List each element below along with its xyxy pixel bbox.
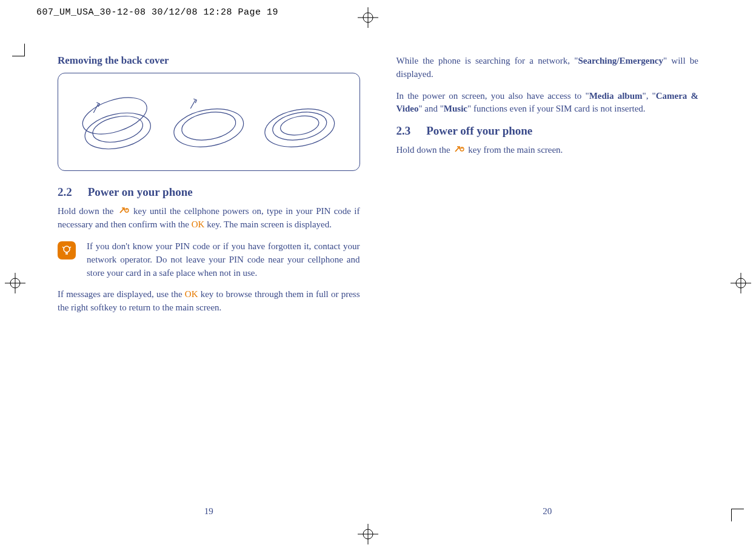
tip-text: If you don't know your PIN code or if yo… — [87, 240, 360, 280]
registration-mark-right — [731, 273, 751, 296]
heading-number: 2.3 — [396, 124, 411, 138]
bold-music: Music — [444, 104, 467, 113]
svg-point-14 — [90, 112, 145, 147]
figure-remove-back-cover — [58, 73, 360, 171]
svg-point-17 — [179, 109, 238, 144]
lightbulb-icon — [58, 241, 76, 259]
ok-key-label: OK — [192, 219, 205, 229]
para-power-off: Hold down the key from the main screen. — [396, 144, 699, 157]
crop-mark-br — [731, 509, 744, 521]
para-searching: While the phone is searching for a netwo… — [396, 55, 699, 81]
heading-2-2: 2.2Power on your phone — [58, 186, 360, 199]
power-key-icon — [118, 206, 129, 219]
para-power-on: Hold down the key until the cellphone po… — [58, 205, 360, 232]
page-number-left: 19 — [58, 506, 360, 517]
heading-number: 2.2 — [58, 186, 72, 199]
section-title-removing-cover: Removing the back cover — [58, 55, 360, 67]
svg-point-20 — [270, 109, 329, 144]
bold-media-album: Media album — [589, 91, 643, 101]
tip-block: If you don't know your PIN code or if yo… — [58, 240, 360, 280]
svg-line-27 — [62, 247, 64, 248]
heading-2-3: 2.3Power off your phone — [396, 124, 699, 138]
page-spread: Removing the back cover — [58, 55, 698, 517]
registration-mark-top — [358, 7, 378, 30]
left-page: Removing the back cover — [58, 55, 360, 517]
phone-illustration — [58, 73, 360, 170]
crop-mark-tl — [12, 44, 25, 56]
right-page: While the phone is searching for a netwo… — [396, 55, 699, 517]
svg-point-13 — [78, 90, 152, 141]
svg-line-28 — [70, 247, 71, 248]
registration-mark-left — [5, 273, 25, 296]
para-messages: If messages are displayed, use the OK ke… — [58, 288, 360, 315]
heading-text: Power on your phone — [88, 186, 193, 198]
page-number-right: 20 — [396, 506, 699, 517]
registration-mark-bottom — [358, 524, 378, 547]
ok-key-label: OK — [185, 289, 198, 299]
svg-point-12 — [82, 107, 154, 155]
heading-text: Power off your phone — [426, 124, 532, 137]
svg-point-24 — [64, 246, 70, 252]
bold-searching-emergency: Searching/Emergency — [578, 56, 663, 65]
svg-line-18 — [190, 100, 195, 109]
power-key-icon — [453, 144, 464, 158]
print-header: 607_UM_USA_30-12-08 30/12/08 12:28 Page … — [36, 7, 278, 18]
para-power-on-screen: In the power on screen, you also have ac… — [396, 90, 699, 116]
